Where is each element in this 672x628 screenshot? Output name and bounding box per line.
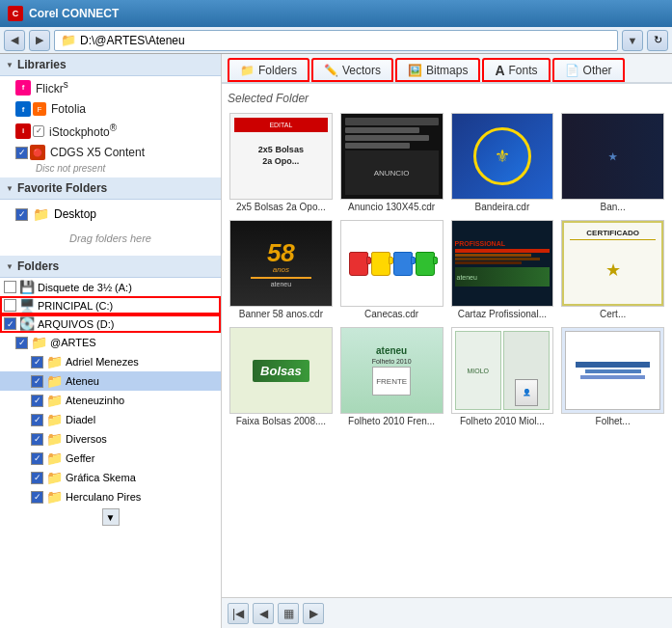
thumb-item-8[interactable]: CERTIFICADO ★ Cert... — [559, 218, 666, 321]
thumb-item-9[interactable]: Bolsas Faixa Bolsas 2008.... — [228, 325, 335, 428]
ateneu-folder-icon: 📁 — [46, 373, 63, 389]
favorites-section: ✓ 📁 Desktop Drag folders here — [0, 200, 221, 256]
tree-item-herculano[interactable]: ✓ 📁 Herculano Pires — [0, 487, 221, 506]
library-item-flickr[interactable]: f Flickrs — [0, 76, 221, 98]
library-item-cdgs[interactable]: ✓ 🔴 CDGS X5 Content — [0, 142, 221, 163]
left-panel-scroll-down[interactable]: ▼ — [0, 506, 221, 528]
artes-checkbox[interactable]: ✓ — [15, 337, 28, 349]
ateneu-label: Ateneu — [66, 375, 99, 387]
arquivos-icon: 💽 — [19, 316, 35, 331]
tree-item-ateneuzinho[interactable]: ✓ 📁 Ateneuzinho — [0, 391, 221, 410]
folders-section-header[interactable]: ▼ Folders — [0, 256, 221, 278]
thumb-item-11[interactable]: MIOLO 👤 Folheto 2010 Miol... — [449, 325, 556, 428]
library-item-istock[interactable]: i ✓ iStockphoto® — [0, 120, 221, 142]
scroll-down-arrow[interactable]: ▼ — [102, 508, 120, 526]
thumb-content-8: CERTIFICADO ★ — [562, 221, 663, 306]
ateneu-checkbox[interactable]: ✓ — [31, 375, 43, 388]
thumb-label-5: Banner 58 anos.cdr — [229, 309, 333, 319]
diadel-checkbox[interactable]: ✓ — [31, 414, 43, 426]
favorites-triangle: ▼ — [6, 184, 13, 193]
thumb-content-9: Bolsas — [230, 328, 332, 413]
geffer-checkbox[interactable]: ✓ — [31, 452, 43, 465]
thumb-item-10[interactable]: ateneu Folheto 2010 FRENTE Folheto 2010 … — [338, 325, 445, 428]
thumb-box-6 — [340, 220, 444, 307]
tab-vectors[interactable]: ✏️ Vectors — [311, 58, 393, 82]
cdgs-label: CDGS X5 Content — [50, 146, 145, 159]
fotolia-icon: f — [15, 101, 31, 117]
address-bar: ◀ ▶ 📁 D:\@ARTES\Ateneu ▼ ↻ — [0, 27, 672, 54]
fav-item-desktop[interactable]: ✓ 📁 Desktop — [0, 204, 221, 225]
fonts-tab-label: Fonts — [509, 64, 538, 77]
cdgs-checkbox[interactable]: ✓ — [15, 147, 28, 159]
prev-page-button[interactable]: ◀ — [253, 603, 274, 624]
favorites-section-header[interactable]: ▼ Favorite Folders — [0, 177, 221, 200]
tab-fonts[interactable]: A Fonts — [482, 58, 550, 82]
fonts-tab-icon: A — [495, 63, 504, 78]
diversos-checkbox[interactable]: ✓ — [31, 433, 43, 446]
adriel-folder-icon: 📁 — [46, 354, 63, 369]
arquivos-checkbox[interactable]: ✓ — [4, 317, 16, 330]
tab-bitmaps[interactable]: 🖼️ Bitmaps — [395, 58, 480, 82]
tree-item-artes[interactable]: ✓ 📁 @ARTES — [0, 333, 221, 352]
tree-item-arquivos[interactable]: ✓ 💽 ARQUIVOS (D:) — [0, 314, 221, 333]
dropdown-button[interactable]: ▼ — [622, 30, 643, 51]
vectors-tab-label: Vectors — [342, 64, 381, 77]
adriel-checkbox[interactable]: ✓ — [31, 356, 43, 369]
first-page-button[interactable]: |◀ — [228, 603, 249, 624]
desktop-checkbox[interactable]: ✓ — [15, 208, 28, 221]
thumb-item-2[interactable]: ANUNCIO Anuncio 130X45.cdr — [338, 111, 445, 214]
libraries-section-header[interactable]: ▼ Libraries — [0, 54, 221, 76]
thumb-item-7[interactable]: PROFISSIONAL ateneu Cartaz Profissional.… — [449, 218, 556, 321]
refresh-button[interactable]: ↻ — [647, 30, 668, 51]
tab-other[interactable]: 📄 Other — [552, 58, 625, 82]
thumb-item-12[interactable]: Folhet... — [559, 325, 666, 428]
thumb-label-4: Ban... — [561, 202, 664, 212]
app-icon: C — [8, 6, 23, 21]
tree-item-ateneu[interactable]: ✓ 📁 Ateneu — [0, 371, 221, 391]
thumb-item-5[interactable]: 58 anos ateneu Banner 58 anos.cdr — [228, 218, 335, 321]
forward-button[interactable]: ▶ — [29, 30, 50, 51]
principal-checkbox[interactable] — [4, 299, 16, 312]
thumb-box-11: MIOLO 👤 — [451, 327, 554, 414]
thumb-item-6[interactable]: Canecas.cdr — [338, 218, 445, 321]
thumb-item-4[interactable]: ★ Ban... — [559, 111, 666, 214]
tree-item-adriel[interactable]: ✓ 📁 Adriel Menezes — [0, 352, 221, 371]
tree-item-grafica-skema[interactable]: ✓ 📁 Gráfica Skema — [0, 468, 221, 487]
tree-item-diversos[interactable]: ✓ 📁 Diversos — [0, 429, 221, 449]
tree-item-principal[interactable]: 🖥️ PRINCIPAL (C:) — [0, 296, 221, 314]
herculano-checkbox[interactable]: ✓ — [31, 491, 43, 504]
ateneuzinho-checkbox[interactable]: ✓ — [31, 395, 43, 407]
thumb-label-3: Bandeira.cdr — [451, 202, 554, 212]
back-button[interactable]: ◀ — [4, 30, 25, 51]
tree-item-floppy[interactable]: 💾 Disquete de 3½ (A:) — [0, 278, 221, 296]
thumb-label-10: Folheto 2010 Fren... — [340, 416, 444, 426]
favorites-label: Favorite Folders — [17, 181, 107, 195]
thumb-content-10: ateneu Folheto 2010 FRENTE — [341, 328, 443, 413]
fotolia-icon2: F — [33, 102, 46, 116]
tree-item-geffer[interactable]: ✓ 📁 Geffer — [0, 449, 221, 468]
next-page-button[interactable]: ▶ — [303, 603, 324, 624]
istock-icon: i — [15, 123, 31, 139]
app-title: Corel CONNECT — [29, 7, 119, 20]
tab-bar: 📁 Folders ✏️ Vectors 🖼️ Bitmaps A Fonts … — [222, 54, 672, 84]
thumb-content-7: PROFISSIONAL ateneu — [452, 221, 553, 306]
library-item-fotolia[interactable]: f F Fotolia — [0, 98, 221, 120]
floppy-checkbox[interactable] — [4, 281, 16, 293]
geffer-label: Geffer — [66, 452, 94, 464]
tab-folders[interactable]: 📁 Folders — [228, 58, 309, 82]
content-area: Selected Folder 2x5 Bolsas2a Opo... EDIT… — [222, 84, 672, 597]
content-section-label: Selected Folder — [228, 90, 666, 111]
floppy-icon: 💾 — [19, 280, 35, 294]
thumb-item-3[interactable]: ⚜ Bandeira.cdr — [449, 111, 556, 214]
grid-view-button[interactable]: ▦ — [278, 603, 299, 624]
thumbnails-grid: 2x5 Bolsas2a Opo... EDITAL 2x5 Bolsas 2a… — [228, 111, 666, 428]
folders-tree: 💾 Disquete de 3½ (A:) 🖥️ PRINCIPAL (C:) … — [0, 278, 221, 506]
address-path[interactable]: 📁 D:\@ARTES\Ateneu — [54, 30, 618, 51]
grafica-checkbox[interactable]: ✓ — [31, 472, 43, 484]
tree-item-diadel[interactable]: ✓ 📁 Diadel — [0, 410, 221, 429]
thumb-item-1[interactable]: 2x5 Bolsas2a Opo... EDITAL 2x5 Bolsas 2a… — [228, 111, 335, 214]
libraries-triangle: ▼ — [6, 61, 13, 69]
folders-tab-icon: 📁 — [240, 64, 255, 77]
other-tab-label: Other — [583, 64, 612, 77]
title-bar: C Corel CONNECT — [0, 0, 672, 27]
